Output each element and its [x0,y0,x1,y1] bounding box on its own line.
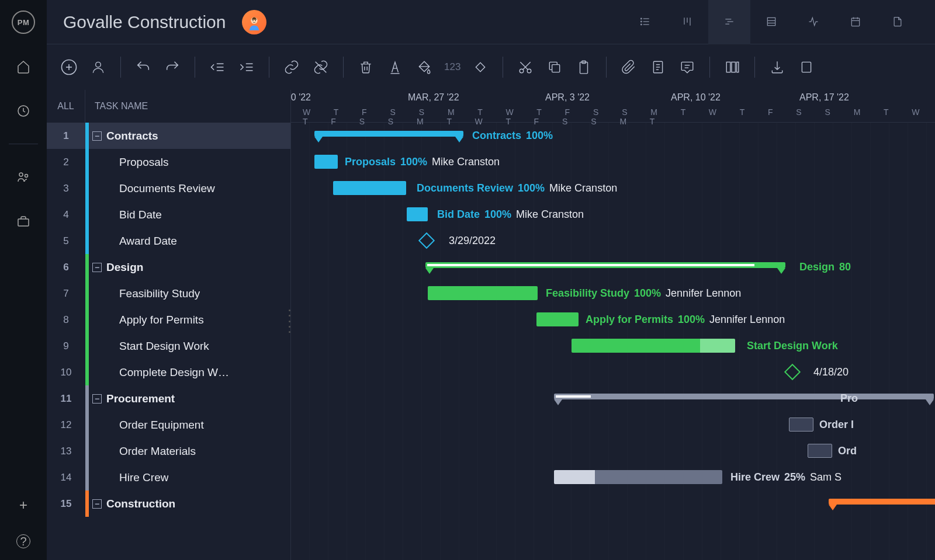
svg-rect-22 [851,18,859,26]
svg-point-1 [19,173,23,176]
gantt-bar[interactable] [829,499,935,505]
cut-icon[interactable] [516,58,535,76]
panel-resize-handle[interactable] [289,309,293,333]
format-number-label: 123 [444,61,460,73]
task-row[interactable]: 14 Hire Crew [47,464,290,491]
attach-icon[interactable] [619,58,638,76]
milestone-marker[interactable] [784,364,801,380]
team-icon[interactable] [12,165,35,189]
task-name: Documents Review [119,182,215,195]
text-color-icon[interactable] [386,58,404,76]
toolbar: 123 [47,44,935,90]
svg-point-12 [641,24,642,25]
svg-rect-19 [767,18,775,25]
notes-icon[interactable] [649,58,667,76]
bar-label: Ord [838,444,857,458]
task-row[interactable]: 8 Apply for Permits [47,307,290,333]
bar-task-name: Feasibility Study [546,287,629,300]
redo-icon[interactable] [163,58,182,76]
comment-icon[interactable] [678,58,697,76]
gantt-bar[interactable] [789,418,813,432]
row-color-bar [85,201,89,228]
view-sheet-icon[interactable] [750,0,792,44]
svg-rect-52 [727,62,731,72]
paste-icon[interactable] [574,58,593,76]
view-activity-icon[interactable] [792,0,834,44]
gantt-bar[interactable] [554,394,934,399]
task-row[interactable]: 12 Order Equipment [47,412,290,438]
view-file-icon[interactable] [877,0,919,44]
gantt-bar[interactable] [314,131,463,137]
task-row[interactable]: 3 Documents Review [47,175,290,201]
gantt-bar[interactable] [333,181,406,195]
task-name-column-label[interactable]: TASK NAME [85,101,148,112]
gantt-chart[interactable]: , 20 '22MAR, 27 '22APR, 3 '22APR, 10 '22… [291,90,935,560]
bar-task-name: Bid Date [437,208,480,221]
gantt-row: Documents Review100%Mike Cranston [291,175,935,201]
gantt-bar[interactable] [428,286,538,300]
view-board-icon[interactable] [666,0,708,44]
task-row[interactable]: 7 Feasibility Study [47,280,290,307]
home-icon[interactable] [12,55,35,78]
help-icon[interactable]: ? [16,534,30,548]
task-row[interactable]: 1 − Contracts [47,123,290,149]
view-calendar-icon[interactable] [834,0,877,44]
all-column-label[interactable]: ALL [47,90,85,123]
task-row[interactable]: 5 Award Date [47,228,290,254]
gantt-bar[interactable] [314,155,338,169]
task-name: Award Date [119,235,177,248]
task-row[interactable]: 4 Bid Date [47,201,290,228]
import-icon[interactable] [768,58,787,76]
outdent-icon[interactable] [208,58,227,76]
gantt-bar[interactable] [554,470,722,484]
bar-label: Pro [840,391,858,405]
bar-task-name: Documents Review [417,182,513,194]
collapse-icon[interactable]: − [92,499,102,509]
columns-icon[interactable] [723,58,742,76]
gantt-bar[interactable] [572,339,735,353]
view-list-icon[interactable] [624,0,666,44]
bar-label: Hire Crew25%Sam S [730,470,842,484]
milestone-icon[interactable] [471,58,490,76]
view-gantt-icon[interactable] [708,0,750,44]
export-icon[interactable] [797,58,816,76]
task-row[interactable]: 9 Start Design Work [47,333,290,359]
collapse-icon[interactable]: − [92,394,102,404]
gantt-bar[interactable] [808,444,832,458]
task-row[interactable]: 13 Order Materials [47,438,290,464]
svg-point-10 [641,18,642,19]
clock-icon[interactable] [12,99,35,123]
add-task-icon[interactable] [60,58,78,76]
add-button[interactable]: + [19,497,27,513]
collapse-icon[interactable]: − [92,131,102,141]
gantt-bar[interactable] [407,207,428,221]
delete-icon[interactable] [356,58,375,76]
copy-icon[interactable] [545,58,564,76]
undo-icon[interactable] [134,58,153,76]
gantt-bar[interactable] [425,262,785,268]
gantt-row: Ord [291,438,935,464]
bar-label: Contracts100% [472,128,553,142]
task-row[interactable]: 10 Complete Design W… [47,359,290,385]
briefcase-icon[interactable] [12,210,35,233]
app-logo[interactable]: PM [12,11,35,34]
gantt-row: Bid Date100%Mike Cranston [291,201,935,228]
collapse-icon[interactable]: − [92,263,102,272]
milestone-marker[interactable] [418,232,435,249]
row-number: 7 [47,288,85,300]
task-row[interactable]: 11 − Procurement [47,385,290,412]
bar-label: Design80 [799,260,851,274]
task-row[interactable]: 15 − Construction [47,491,290,517]
unlink-icon[interactable] [311,58,330,76]
row-number: 12 [47,419,85,431]
link-icon[interactable] [282,58,301,76]
bar-assignee: Jennifer Lennon [709,314,785,326]
task-row[interactable]: 6 − Design [47,254,290,280]
assign-icon[interactable] [89,58,108,76]
user-avatar[interactable] [242,10,266,34]
fill-icon[interactable] [415,58,434,76]
gantt-row: Hire Crew25%Sam S [291,464,935,491]
gantt-bar[interactable] [536,312,579,326]
indent-icon[interactable] [237,58,256,76]
task-row[interactable]: 2 Proposals [47,149,290,175]
